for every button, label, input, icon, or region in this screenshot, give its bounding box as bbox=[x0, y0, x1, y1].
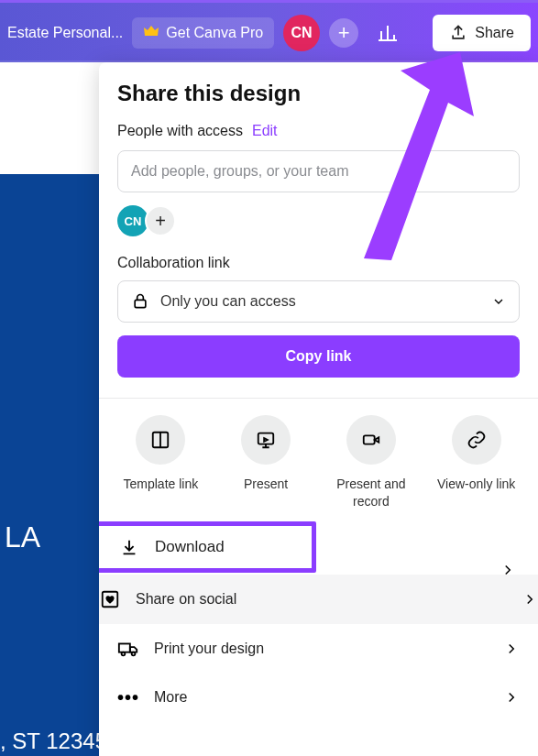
collab-access-select[interactable]: Only you can access bbox=[117, 280, 520, 323]
download-option[interactable]: Download bbox=[99, 521, 316, 573]
present-record-action[interactable]: Present and record bbox=[325, 415, 417, 510]
top-bar: Estate Personal... Get Canva Pro CN + Sh… bbox=[0, 0, 538, 62]
add-member-button[interactable]: + bbox=[329, 18, 358, 48]
action-label: Template link bbox=[124, 476, 199, 493]
lock-icon bbox=[131, 292, 149, 311]
svg-rect-5 bbox=[119, 643, 130, 652]
svg-point-7 bbox=[132, 652, 136, 655]
more-dots-icon: ••• bbox=[117, 688, 139, 707]
record-icon bbox=[361, 430, 381, 450]
chevron-right-icon bbox=[503, 641, 520, 657]
download-chevron bbox=[500, 562, 516, 582]
svg-rect-3 bbox=[364, 435, 375, 444]
truck-icon bbox=[117, 639, 139, 659]
option-label: Share on social bbox=[136, 591, 507, 608]
crown-icon bbox=[143, 25, 159, 41]
template-icon bbox=[150, 430, 170, 450]
chevron-down-icon bbox=[491, 294, 506, 309]
collab-link-label: Collaboration link bbox=[117, 255, 520, 271]
collab-access-value: Only you can access bbox=[160, 293, 480, 310]
view-only-link-action[interactable]: View-only link bbox=[431, 415, 522, 510]
canvas-strip bbox=[0, 84, 101, 174]
share-panel: Share this design People with access Edi… bbox=[99, 62, 538, 756]
template-link-action[interactable]: Template link bbox=[115, 415, 206, 510]
chevron-right-icon bbox=[500, 562, 516, 578]
option-label: Download bbox=[155, 538, 297, 556]
link-icon bbox=[467, 430, 487, 450]
chevron-right-icon bbox=[522, 591, 538, 608]
svg-rect-0 bbox=[135, 300, 146, 307]
plus-icon: + bbox=[338, 21, 350, 45]
download-icon bbox=[119, 537, 139, 557]
share-actions-grid: Template link Present Present and record… bbox=[99, 399, 538, 521]
heart-icon bbox=[100, 589, 120, 609]
action-label: View-only link bbox=[437, 476, 515, 493]
more-option[interactable]: ••• More bbox=[99, 674, 538, 721]
share-button[interactable]: Share bbox=[433, 15, 531, 51]
collaborator-avatar[interactable]: CN bbox=[117, 205, 148, 236]
share-social-option[interactable]: Share on social bbox=[99, 575, 538, 624]
bar-chart-icon bbox=[377, 22, 399, 44]
present-icon bbox=[256, 430, 276, 450]
option-label: Print your design bbox=[154, 641, 489, 657]
action-label: Present and record bbox=[325, 476, 417, 510]
add-collaborator-button[interactable]: + bbox=[145, 205, 176, 236]
share-button-label: Share bbox=[475, 25, 514, 41]
add-people-input[interactable] bbox=[117, 150, 520, 192]
edit-access-link[interactable]: Edit bbox=[252, 123, 278, 139]
document-title[interactable]: Estate Personal... bbox=[7, 25, 123, 41]
access-label: People with access bbox=[117, 123, 243, 139]
panel-title: Share this design bbox=[117, 81, 520, 106]
get-pro-label: Get Canva Pro bbox=[166, 25, 263, 41]
canvas-text-addr: , ST 12345 bbox=[0, 729, 107, 754]
chevron-right-icon bbox=[503, 689, 520, 706]
insights-button[interactable] bbox=[368, 13, 408, 53]
upload-icon bbox=[449, 24, 467, 42]
get-pro-button[interactable]: Get Canva Pro bbox=[132, 17, 274, 49]
copy-link-button[interactable]: Copy link bbox=[117, 335, 520, 378]
action-label: Present bbox=[244, 476, 288, 493]
canvas-text-la: LA bbox=[5, 520, 40, 554]
present-action[interactable]: Present bbox=[220, 415, 312, 510]
user-avatar[interactable]: CN bbox=[283, 15, 320, 51]
svg-point-6 bbox=[122, 652, 126, 655]
print-option[interactable]: Print your design bbox=[99, 624, 538, 674]
canvas-design: LA , ST 12345 bbox=[0, 174, 101, 756]
option-label: More bbox=[154, 689, 489, 706]
plus-icon: + bbox=[155, 211, 166, 232]
